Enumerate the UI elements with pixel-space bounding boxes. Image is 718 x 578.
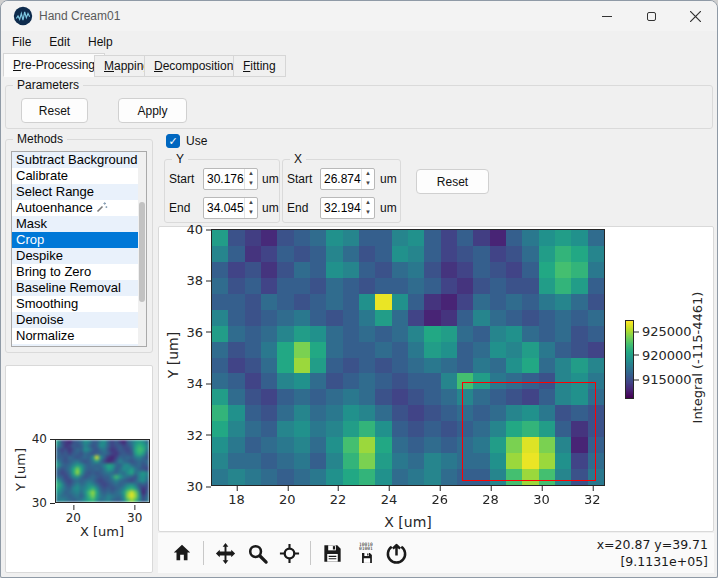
thumbnail-y-axis: 3040 <box>25 439 55 503</box>
y-start-input[interactable] <box>204 169 244 189</box>
close-icon <box>690 11 701 22</box>
y-axis-label: Y [um] <box>165 325 181 385</box>
list-item[interactable]: Calibrate <box>12 168 146 184</box>
x-end-unit: um <box>380 201 397 215</box>
apply-button[interactable]: Apply <box>118 98 187 123</box>
window-title: Hand Cream01 <box>39 1 120 31</box>
y-end-input[interactable] <box>204 198 244 218</box>
tab-fitting[interactable]: Fitting <box>233 55 286 77</box>
crop-y-group: Y Start ▲▼ um End ▲▼ um <box>164 159 280 223</box>
list-item[interactable]: Normalize <box>12 328 146 344</box>
heatmap-plot[interactable] <box>211 229 605 486</box>
list-item[interactable]: Bring to Zero <box>12 264 146 280</box>
spin-up-icon[interactable]: ▲ <box>245 198 257 208</box>
home-button[interactable] <box>169 540 195 566</box>
methods-group: Methods Subtract Background Calibrate Se… <box>5 139 153 353</box>
zoom-button[interactable] <box>244 540 270 566</box>
spin-down-icon[interactable]: ▼ <box>245 179 257 189</box>
spin-up-icon[interactable]: ▲ <box>245 169 257 179</box>
list-item[interactable]: Mask <box>12 216 146 232</box>
x-tick-label: 20 <box>279 486 296 507</box>
menu-bar: File Edit Help <box>1 31 717 53</box>
cursor-value: [9.1131e+05] <box>597 553 708 570</box>
colorbar-tick-label: 920000 <box>634 347 692 362</box>
x-end-input[interactable] <box>321 198 361 218</box>
list-item[interactable]: Autoenhance <box>12 200 146 216</box>
x-start-input[interactable] <box>321 169 361 189</box>
save-button[interactable] <box>319 540 345 566</box>
tab-bar: Pre-Processing Mapping Decomposition Fit… <box>1 53 717 77</box>
list-item[interactable]: Baseline Removal <box>12 280 146 296</box>
crosshair-icon <box>278 542 301 565</box>
menu-help[interactable]: Help <box>79 31 122 53</box>
maximize-icon <box>647 12 656 21</box>
home-icon <box>171 542 193 564</box>
y-tick-label: 34 <box>177 376 211 391</box>
colorbar-ticks: 925000920000915000 <box>634 320 694 399</box>
toolbar-separator <box>203 541 204 565</box>
crosshair-button[interactable] <box>276 540 302 566</box>
use-checkbox[interactable]: ✓ <box>166 134 180 148</box>
spin-down-icon[interactable]: ▼ <box>362 179 374 189</box>
magic-wand-icon <box>96 201 108 213</box>
cursor-readout: x=20.87 y=39.71 [9.1131e+05] <box>597 536 708 570</box>
menu-file[interactable]: File <box>3 31 40 53</box>
x-start-spinbox[interactable]: ▲▼ <box>320 168 375 190</box>
colorbar-tick-label: 915000 <box>634 372 692 387</box>
x-tick-label: 32 <box>584 486 601 507</box>
y-end-spinbox[interactable]: ▲▼ <box>203 197 258 219</box>
colorbar <box>625 320 634 399</box>
x-tick-label: 30 <box>533 486 550 507</box>
y-start-spin-arrows[interactable]: ▲▼ <box>244 169 257 189</box>
x-tick-label: 30 <box>127 505 142 525</box>
list-item-label: Autoenhance <box>16 200 93 215</box>
x-end-spinbox[interactable]: ▲▼ <box>320 197 375 219</box>
minimize-button[interactable] <box>585 1 629 31</box>
close-button[interactable] <box>673 1 717 31</box>
minimize-icon <box>602 16 612 17</box>
menu-edit[interactable]: Edit <box>40 31 79 53</box>
colorbar-label: Integral (-115-4461) <box>690 278 705 438</box>
title-bar: Hand Cream01 <box>1 1 717 31</box>
list-item[interactable]: Differentiate <box>12 344 146 347</box>
reset-button[interactable]: Reset <box>21 98 88 123</box>
x-tick-label: 28 <box>482 486 499 507</box>
thumbnail-y-label: Y [um] <box>13 443 28 497</box>
y-tick-label: 40 <box>177 222 211 237</box>
list-item[interactable]: Select Range <box>12 184 146 200</box>
x-axis-label: X [um] <box>378 514 438 530</box>
export-button[interactable] <box>383 540 409 566</box>
crop-reset-button[interactable]: Reset <box>416 169 489 194</box>
x-end-label: End <box>287 201 308 215</box>
methods-legend: Methods <box>13 132 67 146</box>
list-item-selected[interactable]: Crop <box>12 232 146 248</box>
thumbnail-panel: 3040 2030 Y [um] X [um] <box>5 365 153 573</box>
scrollbar-thumb[interactable] <box>139 202 145 302</box>
list-item[interactable]: Despike <box>12 248 146 264</box>
thumbnail-canvas <box>56 440 149 502</box>
x-group-legend: X <box>290 152 306 166</box>
tab-decomposition[interactable]: Decomposition <box>144 55 243 77</box>
y-end-spin-arrows[interactable]: ▲▼ <box>244 198 257 218</box>
x-start-spin-arrows[interactable]: ▲▼ <box>361 169 374 189</box>
maximize-button[interactable] <box>629 1 673 31</box>
pan-button[interactable] <box>212 540 238 566</box>
y-start-spinbox[interactable]: ▲▼ <box>203 168 258 190</box>
use-checkbox-label: Use <box>186 134 207 148</box>
cursor-position: x=20.87 y=39.71 <box>597 536 708 553</box>
spin-down-icon[interactable]: ▼ <box>245 208 257 218</box>
save-data-button[interactable]: 10010 01001 <box>351 540 377 566</box>
x-tick-label: 22 <box>330 486 347 507</box>
spin-down-icon[interactable]: ▼ <box>362 208 374 218</box>
list-item[interactable]: Denoise <box>12 312 146 328</box>
spin-up-icon[interactable]: ▲ <box>362 169 374 179</box>
list-item[interactable]: Subtract Background <box>12 152 146 168</box>
colorbar-tick-label: 925000 <box>634 324 692 339</box>
plot-panel: 303234363840 1820222426283032 Y [um] X [… <box>158 226 714 532</box>
x-end-spin-arrows[interactable]: ▲▼ <box>361 198 374 218</box>
methods-scrollbar[interactable] <box>138 152 146 346</box>
spin-up-icon[interactable]: ▲ <box>362 198 374 208</box>
app-icon <box>13 6 33 26</box>
list-item[interactable]: Smoothing <box>12 296 146 312</box>
tab-pre-processing[interactable]: Pre-Processing <box>3 53 105 77</box>
